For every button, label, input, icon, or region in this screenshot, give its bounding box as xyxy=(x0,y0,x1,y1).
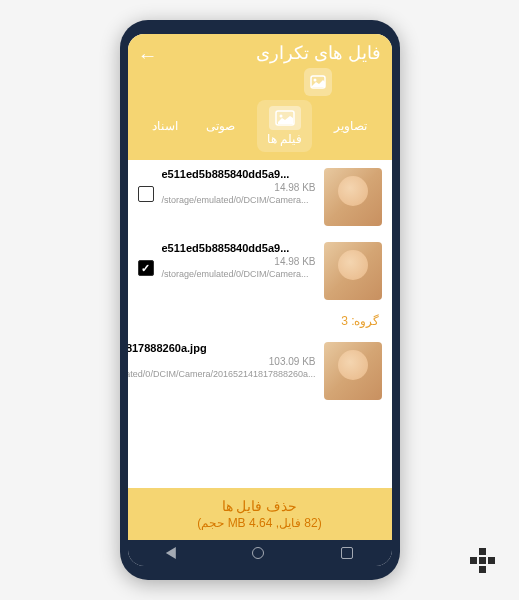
file-name: e511ed5b885840dd5a9... xyxy=(162,168,316,180)
nav-back-icon[interactable] xyxy=(166,547,176,559)
nav-home-icon[interactable] xyxy=(252,547,264,559)
tab-label: اسناد xyxy=(152,119,178,133)
file-list[interactable]: e511ed5b885840dd5a9... 14.98 KB /storage… xyxy=(128,160,392,488)
tab-label: فیلم ها xyxy=(267,132,302,146)
tab-videos[interactable]: فیلم ها xyxy=(257,100,312,152)
file-checkbox[interactable] xyxy=(138,260,154,276)
phone-frame: ← فایل های تکراری تصاویر فیلم ها صوتی xyxy=(120,20,400,580)
file-info: 20165214181788826­0a.jpg 103.09 KB /stor… xyxy=(128,342,316,381)
tab-audio[interactable]: صوتی xyxy=(200,115,241,137)
tab-images[interactable]: تصاویر xyxy=(328,115,373,137)
svg-rect-8 xyxy=(488,557,495,564)
svg-rect-5 xyxy=(479,557,486,564)
app-header: ← فایل های تکراری تصاویر فیلم ها صوتی xyxy=(128,34,392,160)
page-title: فایل های تکراری xyxy=(256,42,381,64)
file-thumbnail xyxy=(324,242,382,300)
phone-screen: ← فایل های تکراری تصاویر فیلم ها صوتی xyxy=(128,34,392,566)
file-thumbnail xyxy=(324,342,382,400)
svg-point-3 xyxy=(279,115,282,118)
nav-recent-icon[interactable] xyxy=(341,547,353,559)
file-info: e511ed5b885840dd5a9... 14.98 KB /storage… xyxy=(162,242,316,281)
file-size: 14.98 KB xyxy=(162,256,316,267)
tab-documents[interactable]: اسناد xyxy=(146,115,184,137)
file-path: /storage/emulated/0/DCIM/Camera/20165214… xyxy=(128,369,316,381)
svg-rect-4 xyxy=(479,548,486,555)
file-item[interactable]: e511ed5b885840dd5a9... 14.98 KB /storage… xyxy=(128,160,392,234)
tab-label: تصاویر xyxy=(334,119,367,133)
group-label: گروه: 3 xyxy=(128,308,392,334)
svg-rect-7 xyxy=(479,566,486,573)
delete-summary: (82 فایل, MB 4.64 حجم) xyxy=(138,516,382,530)
svg-point-1 xyxy=(313,79,316,82)
tab-label: صوتی xyxy=(206,119,235,133)
delete-button-label: حذف فایل ها xyxy=(138,498,382,514)
file-name: 20165214181788826­0a.jpg xyxy=(128,342,316,354)
file-path: /storage/emulated/0/DCIM/Camera... xyxy=(162,269,316,281)
file-path: /storage/emulated/0/DCIM/Camera... xyxy=(162,195,316,207)
svg-rect-6 xyxy=(470,557,477,564)
brand-logo xyxy=(459,540,499,580)
file-item[interactable]: e511ed5b885840dd5a9... 14.98 KB /storage… xyxy=(128,234,392,308)
gallery-icon xyxy=(304,68,332,96)
file-checkbox[interactable] xyxy=(138,186,154,202)
file-size: 14.98 KB xyxy=(162,182,316,193)
file-info: e511ed5b885840dd5a9... 14.98 KB /storage… xyxy=(162,168,316,207)
delete-footer[interactable]: حذف فایل ها (82 فایل, MB 4.64 حجم) xyxy=(128,488,392,540)
file-size: 103.09 KB xyxy=(128,356,316,367)
video-icon xyxy=(269,106,301,130)
file-thumbnail xyxy=(324,168,382,226)
file-name: e511ed5b885840dd5a9... xyxy=(162,242,316,254)
android-nav-bar xyxy=(128,540,392,566)
category-tabs: تصاویر فیلم ها صوتی اسناد xyxy=(138,96,382,160)
file-item[interactable]: 20165214181788826­0a.jpg 103.09 KB /stor… xyxy=(128,334,392,408)
back-icon[interactable]: ← xyxy=(138,44,158,67)
